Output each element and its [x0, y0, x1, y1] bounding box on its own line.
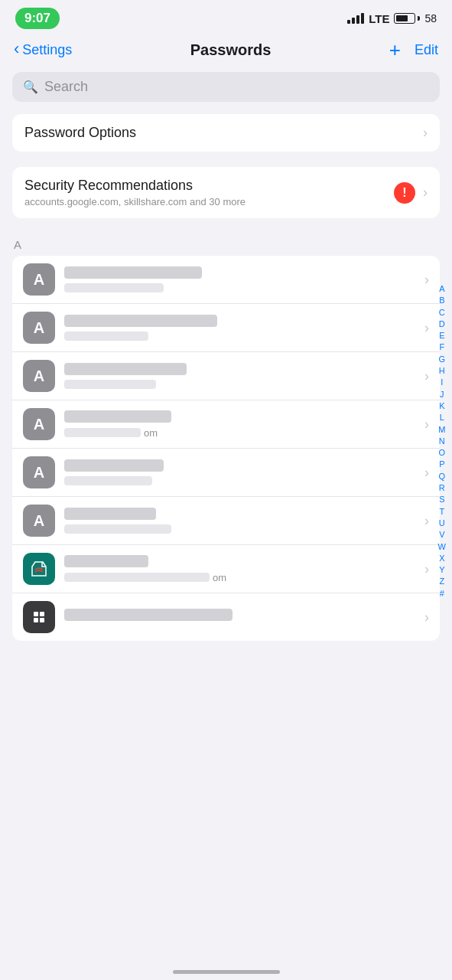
alpha-index-hash[interactable]: #: [437, 588, 447, 599]
security-subtitle: accounts.google.com, skillshare.com and …: [24, 196, 394, 207]
row-chevron-icon: ›: [424, 465, 429, 481]
alpha-index-n[interactable]: N: [436, 436, 448, 446]
alpha-index-g[interactable]: G: [436, 354, 449, 364]
security-recommendations-row[interactable]: Security Recommendations accounts.google…: [12, 167, 440, 218]
password-row[interactable]: A om ›: [12, 400, 440, 449]
row-chevron-icon: ›: [424, 416, 429, 433]
page-title: Passwords: [190, 41, 272, 59]
password-info: [64, 315, 415, 341]
alpha-index-p[interactable]: P: [436, 459, 447, 469]
password-title-blurred: [64, 555, 148, 567]
alpha-index-f[interactable]: F: [436, 341, 447, 352]
alpha-index-j[interactable]: J: [437, 389, 447, 400]
alpha-index-k[interactable]: K: [436, 400, 447, 411]
password-title-blurred: [64, 315, 217, 327]
alpha-index-l[interactable]: L: [437, 412, 447, 423]
row-chevron-icon: ›: [424, 320, 429, 336]
avatar: A: [23, 505, 55, 537]
alpha-index-e[interactable]: E: [436, 330, 447, 341]
nav-actions: + Edit: [389, 40, 438, 60]
avatar: [23, 553, 55, 585]
svg-rect-2: [34, 618, 38, 622]
alpha-index-d[interactable]: D: [436, 318, 448, 329]
password-subtitle-blurred: [64, 380, 156, 389]
password-row[interactable]: ›: [12, 593, 440, 641]
password-title-blurred: [64, 508, 156, 520]
alpha-index-q[interactable]: Q: [436, 471, 449, 482]
battery-percent: 58: [424, 12, 437, 24]
password-row[interactable]: om ›: [12, 545, 440, 593]
password-info: om: [64, 555, 415, 583]
password-subtitle-blurred: [64, 428, 141, 437]
avatar: A: [23, 456, 55, 488]
password-info: [64, 459, 415, 485]
password-row[interactable]: A ›: [12, 304, 440, 352]
add-button[interactable]: +: [389, 40, 401, 60]
signal-icon: [347, 13, 364, 24]
password-row[interactable]: A ›: [12, 256, 440, 304]
alpha-section-a: A: [0, 234, 452, 253]
password-subtitle-blurred: [64, 476, 152, 485]
security-title: Security Recommendations: [24, 178, 394, 194]
alpha-index-h[interactable]: H: [436, 365, 448, 376]
password-subtitle-blurred: [64, 332, 148, 341]
avatar: A: [23, 360, 55, 392]
back-label: Settings: [22, 42, 72, 58]
search-container: 🔍 Search: [0, 67, 452, 114]
alpha-index-s[interactable]: S: [436, 494, 447, 505]
security-right: ! ›: [394, 182, 428, 204]
back-chevron-icon: ‹: [14, 41, 19, 57]
alpha-index-u[interactable]: U: [436, 518, 448, 528]
search-bar[interactable]: 🔍 Search: [12, 72, 440, 102]
alpha-index-w[interactable]: W: [435, 541, 449, 552]
password-subtitle-blurred: [64, 283, 164, 292]
alpha-index-o[interactable]: O: [436, 447, 449, 458]
back-button[interactable]: ‹ Settings: [14, 42, 72, 58]
alpha-index-y[interactable]: Y: [436, 564, 447, 575]
password-title-blurred: [64, 410, 171, 423]
password-list: A › A › A › A om ›: [12, 256, 440, 641]
alpha-index-a[interactable]: A: [436, 283, 447, 294]
avatar: A: [23, 312, 55, 344]
password-row[interactable]: A ›: [12, 497, 440, 545]
alpha-index-z[interactable]: Z: [436, 576, 447, 586]
password-subtitle-blurred: [64, 524, 171, 534]
status-right: LTE 58: [347, 12, 437, 25]
battery-icon: [394, 13, 420, 24]
alphabet-index: A B C D E F G H I J K L M N O P Q R S T …: [435, 283, 449, 599]
domain-suffix: om: [213, 572, 226, 583]
password-title-blurred: [64, 459, 164, 472]
alpha-index-r[interactable]: R: [436, 482, 448, 493]
search-input[interactable]: Search: [44, 79, 88, 95]
alpha-index-m[interactable]: M: [435, 424, 448, 435]
nav-bar: ‹ Settings Passwords + Edit: [0, 34, 452, 67]
avatar: A: [23, 408, 55, 440]
edit-button[interactable]: Edit: [415, 42, 438, 58]
alert-icon: !: [394, 182, 415, 204]
svg-rect-3: [40, 618, 44, 622]
lte-label: LTE: [369, 12, 389, 25]
alpha-index-b[interactable]: B: [436, 295, 447, 305]
row-chevron-icon: ›: [424, 609, 429, 626]
password-row[interactable]: A ›: [12, 352, 440, 400]
svg-rect-1: [40, 612, 44, 616]
password-options-section: Password Options ›: [12, 114, 440, 152]
password-info: om: [64, 410, 415, 439]
svg-rect-0: [34, 612, 38, 616]
alpha-index-x[interactable]: X: [436, 553, 447, 564]
alpha-index-c[interactable]: C: [436, 307, 448, 318]
search-icon: 🔍: [23, 80, 38, 94]
password-title-blurred: [64, 266, 202, 279]
password-title-blurred: [64, 363, 187, 375]
security-recommendations-section: Security Recommendations accounts.google…: [12, 167, 440, 218]
alpha-index-v[interactable]: V: [436, 529, 447, 540]
alpha-index-i[interactable]: I: [437, 377, 446, 387]
password-row[interactable]: A ›: [12, 449, 440, 497]
password-subtitle-row: om: [64, 572, 415, 583]
home-indicator: [173, 970, 280, 974]
row-chevron-icon: ›: [424, 561, 429, 577]
alpha-index-t[interactable]: T: [436, 506, 447, 517]
password-info: [64, 508, 415, 534]
password-subtitle-row: om: [64, 427, 415, 439]
password-options-row[interactable]: Password Options ›: [12, 114, 440, 152]
